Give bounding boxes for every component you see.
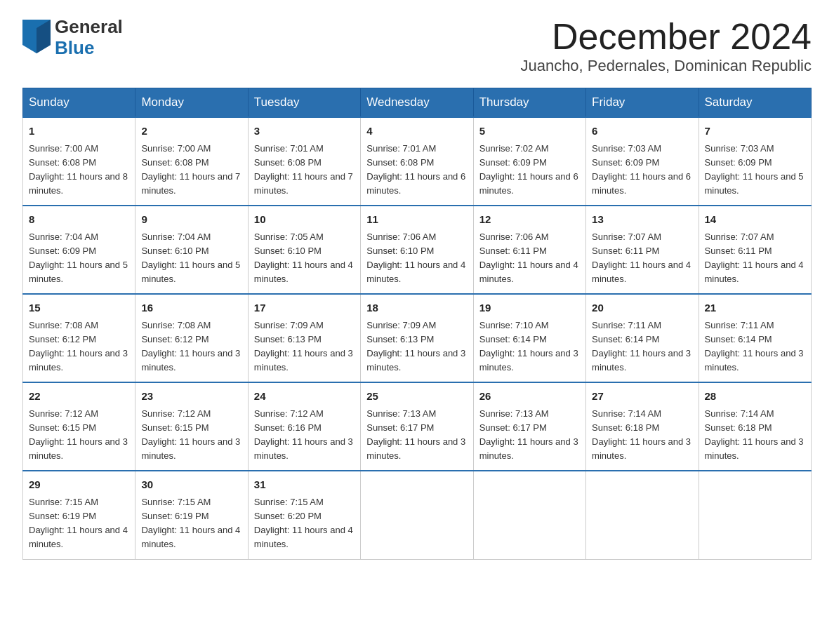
- day-info: Sunrise: 7:15 AMSunset: 6:19 PMDaylight:…: [29, 495, 129, 552]
- logo-icon: [22, 20, 51, 56]
- day-number: 22: [29, 389, 129, 405]
- calendar-header-thursday: Thursday: [473, 88, 585, 118]
- day-info: Sunrise: 7:07 AMSunset: 6:11 PMDaylight:…: [705, 230, 805, 287]
- calendar-cell: 31Sunrise: 7:15 AMSunset: 6:20 PMDayligh…: [248, 471, 360, 559]
- calendar-cell: 26Sunrise: 7:13 AMSunset: 6:17 PMDayligh…: [473, 382, 585, 471]
- calendar-cell: 17Sunrise: 7:09 AMSunset: 6:13 PMDayligh…: [248, 294, 360, 382]
- day-number: 2: [141, 123, 241, 140]
- day-number: 20: [592, 300, 692, 316]
- calendar-cell: 23Sunrise: 7:12 AMSunset: 6:15 PMDayligh…: [135, 382, 248, 471]
- day-info: Sunrise: 7:06 AMSunset: 6:10 PMDaylight:…: [366, 230, 467, 287]
- day-info: Sunrise: 7:13 AMSunset: 6:17 PMDaylight:…: [366, 407, 467, 464]
- calendar-header-sunday: Sunday: [23, 88, 135, 118]
- calendar-cell: [699, 471, 811, 559]
- day-number: 3: [254, 123, 355, 140]
- calendar-week-4: 22Sunrise: 7:12 AMSunset: 6:15 PMDayligh…: [23, 382, 812, 471]
- calendar-cell: [586, 471, 699, 559]
- calendar-cell: 7Sunrise: 7:03 AMSunset: 6:09 PMDaylight…: [699, 117, 811, 206]
- calendar-header-wednesday: Wednesday: [361, 88, 473, 118]
- calendar-cell: 8Sunrise: 7:04 AMSunset: 6:09 PMDaylight…: [23, 206, 135, 294]
- calendar-header-saturday: Saturday: [699, 88, 811, 118]
- calendar-cell: 18Sunrise: 7:09 AMSunset: 6:13 PMDayligh…: [361, 294, 473, 382]
- calendar-cell: 20Sunrise: 7:11 AMSunset: 6:14 PMDayligh…: [586, 294, 699, 382]
- calendar-cell: 2Sunrise: 7:00 AMSunset: 6:08 PMDaylight…: [135, 117, 248, 206]
- day-number: 19: [479, 300, 580, 316]
- day-number: 4: [366, 123, 467, 140]
- calendar-cell: 10Sunrise: 7:05 AMSunset: 6:10 PMDayligh…: [248, 206, 360, 294]
- logo-blue-text: Blue: [55, 38, 123, 59]
- day-number: 15: [29, 300, 129, 316]
- calendar-cell: [473, 471, 585, 559]
- calendar-cell: 12Sunrise: 7:06 AMSunset: 6:11 PMDayligh…: [473, 206, 585, 294]
- day-number: 16: [141, 300, 241, 316]
- calendar-cell: 19Sunrise: 7:10 AMSunset: 6:14 PMDayligh…: [473, 294, 585, 382]
- day-number: 12: [479, 212, 580, 228]
- day-number: 9: [141, 212, 241, 228]
- logo-general-text: General: [55, 17, 123, 38]
- day-info: Sunrise: 7:12 AMSunset: 6:15 PMDaylight:…: [29, 407, 129, 464]
- day-info: Sunrise: 7:09 AMSunset: 6:13 PMDaylight:…: [254, 318, 355, 375]
- day-number: 5: [479, 123, 580, 140]
- day-number: 18: [366, 300, 467, 316]
- logo: General Blue: [22, 17, 123, 59]
- calendar-week-5: 29Sunrise: 7:15 AMSunset: 6:19 PMDayligh…: [23, 471, 812, 559]
- day-info: Sunrise: 7:09 AMSunset: 6:13 PMDaylight:…: [366, 318, 467, 375]
- day-info: Sunrise: 7:15 AMSunset: 6:20 PMDaylight:…: [254, 495, 355, 552]
- calendar-cell: 5Sunrise: 7:02 AMSunset: 6:09 PMDaylight…: [473, 117, 585, 206]
- calendar-cell: 29Sunrise: 7:15 AMSunset: 6:19 PMDayligh…: [23, 471, 135, 559]
- day-info: Sunrise: 7:04 AMSunset: 6:09 PMDaylight:…: [29, 230, 129, 287]
- calendar-cell: 11Sunrise: 7:06 AMSunset: 6:10 PMDayligh…: [361, 206, 473, 294]
- day-info: Sunrise: 7:14 AMSunset: 6:18 PMDaylight:…: [592, 407, 692, 464]
- day-number: 31: [254, 477, 355, 493]
- calendar-cell: 28Sunrise: 7:14 AMSunset: 6:18 PMDayligh…: [699, 382, 811, 471]
- calendar-header-row: SundayMondayTuesdayWednesdayThursdayFrid…: [23, 88, 812, 118]
- calendar-cell: 24Sunrise: 7:12 AMSunset: 6:16 PMDayligh…: [248, 382, 360, 471]
- calendar-week-3: 15Sunrise: 7:08 AMSunset: 6:12 PMDayligh…: [23, 294, 812, 382]
- day-number: 30: [141, 477, 241, 493]
- day-number: 7: [705, 123, 805, 140]
- day-info: Sunrise: 7:08 AMSunset: 6:12 PMDaylight:…: [141, 318, 241, 375]
- day-number: 17: [254, 300, 355, 316]
- day-info: Sunrise: 7:05 AMSunset: 6:10 PMDaylight:…: [254, 230, 355, 287]
- day-number: 28: [705, 389, 805, 405]
- calendar-cell: 4Sunrise: 7:01 AMSunset: 6:08 PMDaylight…: [361, 117, 473, 206]
- day-info: Sunrise: 7:01 AMSunset: 6:08 PMDaylight:…: [366, 142, 467, 199]
- day-info: Sunrise: 7:13 AMSunset: 6:17 PMDaylight:…: [479, 407, 580, 464]
- day-info: Sunrise: 7:11 AMSunset: 6:14 PMDaylight:…: [705, 318, 805, 375]
- calendar-table: SundayMondayTuesdayWednesdayThursdayFrid…: [22, 88, 812, 559]
- calendar-header-friday: Friday: [586, 88, 699, 118]
- day-info: Sunrise: 7:00 AMSunset: 6:08 PMDaylight:…: [141, 142, 241, 199]
- day-number: 25: [366, 389, 467, 405]
- day-info: Sunrise: 7:01 AMSunset: 6:08 PMDaylight:…: [254, 142, 355, 199]
- day-number: 6: [592, 123, 692, 140]
- title-section: December 2024 Juancho, Pedernales, Domin…: [520, 17, 812, 75]
- day-info: Sunrise: 7:00 AMSunset: 6:08 PMDaylight:…: [29, 142, 129, 199]
- calendar-cell: 9Sunrise: 7:04 AMSunset: 6:10 PMDaylight…: [135, 206, 248, 294]
- calendar-cell: 15Sunrise: 7:08 AMSunset: 6:12 PMDayligh…: [23, 294, 135, 382]
- day-number: 13: [592, 212, 692, 228]
- month-title: December 2024: [520, 17, 812, 57]
- calendar-header-monday: Monday: [135, 88, 248, 118]
- day-number: 23: [141, 389, 241, 405]
- day-info: Sunrise: 7:14 AMSunset: 6:18 PMDaylight:…: [705, 407, 805, 464]
- logo-words: General Blue: [55, 17, 123, 59]
- calendar-header-tuesday: Tuesday: [248, 88, 360, 118]
- calendar-cell: 1Sunrise: 7:00 AMSunset: 6:08 PMDaylight…: [23, 117, 135, 206]
- day-info: Sunrise: 7:03 AMSunset: 6:09 PMDaylight:…: [592, 142, 692, 199]
- day-info: Sunrise: 7:15 AMSunset: 6:19 PMDaylight:…: [141, 495, 241, 552]
- calendar-week-1: 1Sunrise: 7:00 AMSunset: 6:08 PMDaylight…: [23, 117, 812, 206]
- calendar-cell: 6Sunrise: 7:03 AMSunset: 6:09 PMDaylight…: [586, 117, 699, 206]
- day-info: Sunrise: 7:11 AMSunset: 6:14 PMDaylight:…: [592, 318, 692, 375]
- day-number: 14: [705, 212, 805, 228]
- day-number: 1: [29, 123, 129, 140]
- day-info: Sunrise: 7:10 AMSunset: 6:14 PMDaylight:…: [479, 318, 580, 375]
- day-info: Sunrise: 7:04 AMSunset: 6:10 PMDaylight:…: [141, 230, 241, 287]
- day-number: 24: [254, 389, 355, 405]
- calendar-cell: 27Sunrise: 7:14 AMSunset: 6:18 PMDayligh…: [586, 382, 699, 471]
- calendar-cell: 21Sunrise: 7:11 AMSunset: 6:14 PMDayligh…: [699, 294, 811, 382]
- calendar-cell: 16Sunrise: 7:08 AMSunset: 6:12 PMDayligh…: [135, 294, 248, 382]
- day-number: 8: [29, 212, 129, 228]
- day-number: 27: [592, 389, 692, 405]
- day-info: Sunrise: 7:08 AMSunset: 6:12 PMDaylight:…: [29, 318, 129, 375]
- day-number: 26: [479, 389, 580, 405]
